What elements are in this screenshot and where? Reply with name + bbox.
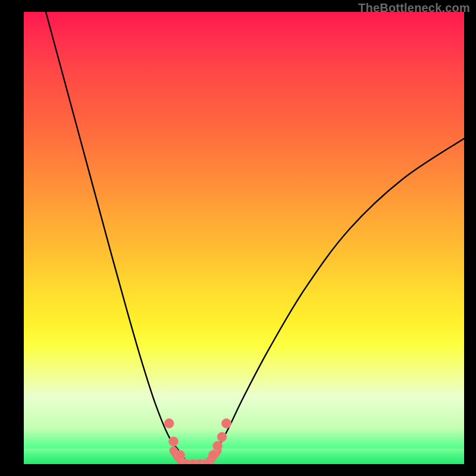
watermark-text: TheBottleneck.com [358,1,470,15]
left-curve [46,12,187,464]
marker-point [164,419,174,428]
plot-area [24,12,464,464]
right-curve [204,139,464,464]
marker-point [208,450,218,460]
marker-point [217,432,227,441]
chart-frame: TheBottleneck.com [0,0,476,476]
curves-svg [24,12,464,464]
marker-point [221,419,231,428]
marker-point [176,450,185,460]
marker-point [213,441,223,451]
marker-point [169,437,178,446]
